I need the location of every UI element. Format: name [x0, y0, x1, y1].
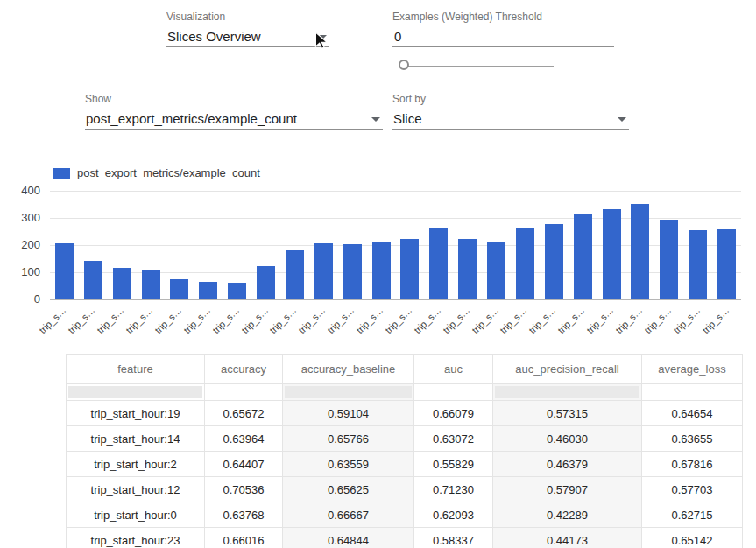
- table-row: trip_start_hour:20.644070.635590.558290.…: [67, 452, 743, 477]
- table-row: trip_start_hour:230.660160.648440.583370…: [67, 528, 743, 548]
- feature-cell: trip_start_hour:2: [67, 452, 205, 477]
- bar-slice-13[interactable]: [429, 228, 448, 299]
- bar-slice-12[interactable]: [400, 239, 419, 299]
- metric-cell: 0.63072: [414, 426, 493, 452]
- metric-cell: 0.63964: [205, 426, 283, 452]
- metric-cell: 0.63559: [283, 452, 414, 477]
- column-header-average_loss[interactable]: average_loss: [642, 355, 743, 384]
- bar-slice-3[interactable]: [142, 270, 160, 299]
- y-tick-label: 100: [0, 265, 40, 279]
- bar-chart: 0100200300400trip_s…trip_s…trip_s…trip_s…: [0, 0, 756, 350]
- metric-cell: 0.66667: [283, 502, 414, 528]
- bar-slice-19[interactable]: [603, 209, 621, 299]
- metric-cell: 0.67816: [642, 452, 743, 477]
- metric-cell: 0.58337: [414, 528, 493, 548]
- table-row: trip_start_hour:190.656720.591040.660790…: [67, 401, 743, 426]
- table-filter-row: [67, 384, 743, 401]
- metric-cell: 0.70536: [205, 477, 283, 502]
- table-header-row: featureaccuracyaccuracy_baselineaucauc_p…: [67, 355, 743, 384]
- gridline: [50, 299, 741, 300]
- y-tick-label: 300: [0, 211, 40, 225]
- metric-cell: 0.71230: [414, 477, 493, 502]
- metric-cell: 0.63655: [642, 426, 743, 452]
- column-header-auc_precision_recall[interactable]: auc_precision_recall: [493, 355, 642, 384]
- metric-cell: 0.62715: [642, 502, 743, 528]
- metric-cell: 0.65672: [205, 401, 283, 426]
- filter-cell-accuracy_baseline[interactable]: [283, 384, 414, 401]
- bar-slice-20[interactable]: [631, 204, 649, 299]
- metric-cell: 0.65142: [642, 528, 743, 548]
- gridline: [50, 191, 741, 192]
- metric-cell: 0.44173: [493, 528, 642, 548]
- metric-cell: 0.46379: [493, 452, 642, 477]
- column-header-feature[interactable]: feature: [67, 355, 205, 384]
- table-row: trip_start_hour:00.637680.666670.620930.…: [67, 502, 743, 528]
- filter-box: [495, 386, 639, 398]
- metric-cell: 0.55829: [414, 452, 493, 477]
- slices-overview-app: Visualization Slices Overview Examples (…: [0, 0, 756, 548]
- metric-cell: 0.57315: [493, 401, 642, 426]
- column-header-auc[interactable]: auc: [414, 355, 493, 384]
- bar-slice-22[interactable]: [689, 230, 707, 299]
- y-tick-label: 0: [0, 292, 40, 306]
- feature-cell: trip_start_hour:23: [67, 528, 205, 548]
- filter-cell-accuracy[interactable]: [205, 384, 283, 401]
- metric-cell: 0.42289: [493, 502, 642, 528]
- metric-cell: 0.66016: [205, 528, 283, 548]
- bar-slice-4[interactable]: [170, 279, 188, 299]
- filter-box: [285, 386, 412, 398]
- filter-cell-average_loss[interactable]: [642, 384, 743, 401]
- filter-box: [68, 386, 202, 398]
- bar-slice-21[interactable]: [660, 220, 678, 299]
- filter-cell-auc_precision_recall[interactable]: [493, 384, 642, 401]
- bar-slice-15[interactable]: [487, 242, 505, 299]
- feature-cell: trip_start_hour:19: [67, 401, 205, 426]
- column-header-accuracy[interactable]: accuracy: [205, 355, 283, 384]
- table-row: trip_start_hour:140.639640.657660.630720…: [67, 426, 743, 452]
- bar-slice-7[interactable]: [257, 266, 275, 299]
- bar-slice-8[interactable]: [286, 250, 304, 299]
- table-row: trip_start_hour:120.705360.656250.712300…: [67, 477, 743, 502]
- bar-slice-2[interactable]: [113, 268, 131, 299]
- bar-slice-5[interactable]: [199, 282, 217, 299]
- metrics-table: featureaccuracyaccuracy_baselineaucauc_p…: [66, 354, 743, 548]
- bar-slice-0[interactable]: [55, 243, 74, 299]
- bar-slice-18[interactable]: [574, 214, 592, 299]
- metric-cell: 0.66079: [414, 401, 493, 426]
- filter-cell-feature[interactable]: [67, 384, 205, 401]
- metric-cell: 0.46030: [493, 426, 642, 452]
- bar-slice-10[interactable]: [343, 244, 362, 299]
- bar-slice-11[interactable]: [372, 242, 391, 299]
- bar-slice-14[interactable]: [458, 239, 477, 299]
- metric-cell: 0.57907: [493, 477, 642, 502]
- metric-cell: 0.59104: [283, 401, 414, 426]
- filter-cell-auc[interactable]: [414, 384, 493, 401]
- feature-cell: trip_start_hour:14: [67, 426, 205, 452]
- metric-cell: 0.64844: [283, 528, 414, 548]
- bar-slice-23[interactable]: [717, 229, 736, 299]
- metric-cell: 0.64654: [642, 401, 743, 426]
- bar-slice-6[interactable]: [228, 283, 246, 299]
- bar-slice-16[interactable]: [516, 228, 534, 299]
- column-header-accuracy_baseline[interactable]: accuracy_baseline: [283, 355, 414, 384]
- metric-cell: 0.65625: [283, 477, 414, 502]
- bar-slice-1[interactable]: [84, 261, 102, 299]
- bar-slice-17[interactable]: [545, 224, 563, 299]
- metric-cell: 0.65766: [283, 426, 414, 452]
- metric-cell: 0.57703: [642, 477, 743, 502]
- feature-cell: trip_start_hour:0: [67, 502, 205, 528]
- metric-cell: 0.64407: [205, 452, 283, 477]
- metric-cell: 0.63768: [205, 502, 283, 528]
- feature-cell: trip_start_hour:12: [67, 477, 205, 502]
- y-tick-label: 400: [0, 184, 40, 198]
- metric-cell: 0.62093: [414, 502, 493, 528]
- y-tick-label: 200: [0, 238, 40, 252]
- bar-slice-9[interactable]: [314, 243, 333, 299]
